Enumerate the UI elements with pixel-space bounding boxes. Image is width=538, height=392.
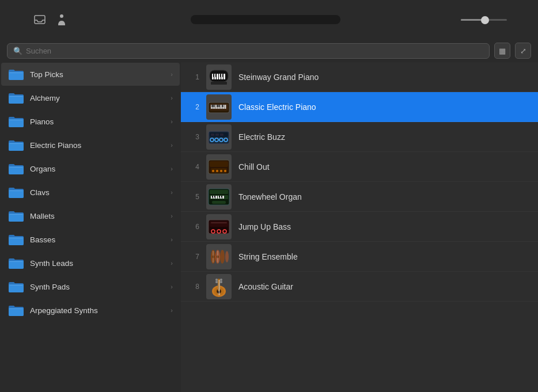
preset-row[interactable]: 2 Classic Electric Piano bbox=[181, 92, 538, 122]
folder-icon bbox=[8, 186, 24, 199]
nav-prev-button[interactable] bbox=[199, 18, 203, 21]
preset-thumbnail bbox=[206, 154, 232, 180]
svg-rect-58 bbox=[210, 190, 228, 194]
svg-rect-21 bbox=[213, 74, 214, 77]
preset-row[interactable]: 6 Jump Up Bass bbox=[181, 212, 538, 242]
preset-list: 1 Steinway Grand Piano2 bbox=[181, 62, 538, 392]
svg-rect-9 bbox=[10, 238, 22, 238]
folder-icon bbox=[8, 233, 24, 246]
search-icon: 🔍 bbox=[13, 47, 22, 55]
settings-button[interactable] bbox=[512, 11, 529, 28]
svg-rect-11 bbox=[10, 285, 22, 286]
svg-rect-39 bbox=[219, 105, 220, 107]
svg-rect-66 bbox=[212, 196, 213, 197]
preset-thumbnail bbox=[206, 214, 232, 239]
svg-rect-47 bbox=[211, 134, 214, 136]
folder-icon bbox=[8, 210, 24, 222]
search-bar: 🔍 ▦ ⤢ bbox=[0, 39, 538, 62]
sidebar-item-label: Synth Pads bbox=[30, 283, 165, 291]
svg-rect-10 bbox=[10, 261, 22, 262]
top-bar-left-controls bbox=[9, 11, 70, 28]
svg-point-55 bbox=[220, 170, 222, 172]
preset-thumbnail bbox=[206, 244, 232, 269]
sidebar-item-label: Arpeggiated Synths bbox=[30, 306, 165, 315]
svg-rect-49 bbox=[220, 134, 223, 136]
preset-thumbnail bbox=[206, 124, 232, 150]
sidebar-item-label: Pianos bbox=[30, 117, 165, 126]
search-input-wrap: 🔍 bbox=[7, 43, 490, 59]
sidebar-item-pianos[interactable]: Pianos› bbox=[1, 110, 180, 133]
nav-next-button[interactable] bbox=[328, 18, 332, 21]
volume-slider[interactable] bbox=[461, 19, 507, 21]
grid-view-button[interactable]: ▦ bbox=[494, 43, 510, 59]
sidebar-item-clavs[interactable]: Clavs› bbox=[1, 181, 180, 204]
svg-rect-68 bbox=[219, 196, 220, 197]
sidebar-chevron-icon: › bbox=[171, 142, 173, 149]
preset-row[interactable]: 3 Electric Buzz bbox=[181, 122, 538, 152]
svg-point-90 bbox=[220, 279, 222, 281]
sidebar-chevron-icon: › bbox=[171, 283, 173, 290]
sidebar-item-organs[interactable]: Organs› bbox=[1, 157, 180, 180]
collapse-icon: ⤢ bbox=[520, 47, 526, 55]
sidebar-item-label: Basses bbox=[30, 235, 165, 244]
svg-rect-5 bbox=[10, 143, 22, 144]
svg-rect-7 bbox=[10, 191, 22, 191]
search-input[interactable] bbox=[26, 47, 483, 55]
volume-knob[interactable] bbox=[481, 16, 489, 24]
preset-name: String Ensemble bbox=[238, 252, 298, 261]
preset-number: 1 bbox=[188, 73, 199, 81]
inbox-button[interactable] bbox=[31, 11, 48, 28]
preset-name: Acoustic Guitar bbox=[238, 282, 293, 291]
sidebar-item-arpeggiated-synths[interactable]: Arpeggiated Synths› bbox=[1, 299, 180, 322]
dropdown-button[interactable] bbox=[9, 11, 26, 28]
svg-rect-12 bbox=[10, 309, 22, 309]
sidebar-item-label: Mallets bbox=[30, 212, 165, 220]
preset-name: Steinway Grand Piano bbox=[238, 73, 319, 82]
preset-thumbnail bbox=[206, 94, 232, 120]
preset-name: Classic Electric Piano bbox=[238, 102, 316, 112]
svg-rect-0 bbox=[35, 16, 45, 24]
sidebar-chevron-icon: › bbox=[171, 118, 173, 125]
sidebar-item-basses[interactable]: Basses› bbox=[1, 228, 180, 251]
nav-center bbox=[77, 15, 454, 24]
svg-rect-17 bbox=[217, 74, 218, 79]
svg-rect-20 bbox=[223, 74, 225, 79]
svg-rect-37 bbox=[214, 105, 215, 107]
sidebar-item-label: Alchemy bbox=[30, 94, 165, 102]
preset-row[interactable]: 4 Chill Out bbox=[181, 152, 538, 182]
folder-icon bbox=[8, 115, 24, 128]
sidebar-item-synth-pads[interactable]: Synth Pads› bbox=[1, 275, 180, 298]
sidebar-chevron-icon: › bbox=[171, 307, 173, 314]
svg-rect-72 bbox=[210, 221, 228, 227]
svg-rect-14 bbox=[211, 82, 227, 85]
svg-point-91 bbox=[215, 281, 218, 283]
preset-row[interactable]: 5 Tonewheel Organ bbox=[181, 182, 538, 212]
svg-point-54 bbox=[216, 170, 218, 172]
sidebar-item-synth-leads[interactable]: Synth Leads› bbox=[1, 252, 180, 275]
collapse-button[interactable]: ⤢ bbox=[515, 43, 531, 59]
sidebar-chevron-icon: › bbox=[171, 94, 173, 101]
folder-icon bbox=[8, 139, 24, 151]
svg-rect-2 bbox=[10, 73, 22, 73]
svg-point-1 bbox=[60, 14, 63, 18]
preset-name: Tonewheel Organ bbox=[238, 192, 302, 201]
folder-icon bbox=[8, 68, 24, 81]
preset-name: Jump Up Bass bbox=[238, 222, 291, 231]
sidebar-item-electric-pianos[interactable]: Electric Pianos› bbox=[1, 134, 180, 157]
preset-row[interactable]: 1 Steinway Grand Piano bbox=[181, 62, 538, 92]
svg-rect-73 bbox=[211, 222, 227, 223]
svg-rect-70 bbox=[212, 201, 226, 204]
preset-thumbnail bbox=[206, 274, 232, 299]
figure-button[interactable] bbox=[53, 11, 70, 28]
svg-rect-22 bbox=[215, 74, 217, 77]
main-content: Top Picks› Alchemy› Pianos› Electric Pia… bbox=[0, 62, 538, 392]
top-bar bbox=[0, 0, 538, 39]
preset-row[interactable]: 8 Acoustic Guitar bbox=[181, 272, 538, 302]
svg-rect-35 bbox=[225, 105, 226, 109]
sidebar-item-alchemy[interactable]: Alchemy› bbox=[1, 86, 180, 109]
sidebar-item-top-picks[interactable]: Top Picks› bbox=[1, 63, 180, 86]
preset-number: 3 bbox=[188, 133, 199, 141]
preset-row[interactable]: 7 String Ensemble bbox=[181, 242, 538, 272]
svg-rect-6 bbox=[10, 167, 22, 168]
sidebar-item-mallets[interactable]: Mallets› bbox=[1, 204, 180, 227]
